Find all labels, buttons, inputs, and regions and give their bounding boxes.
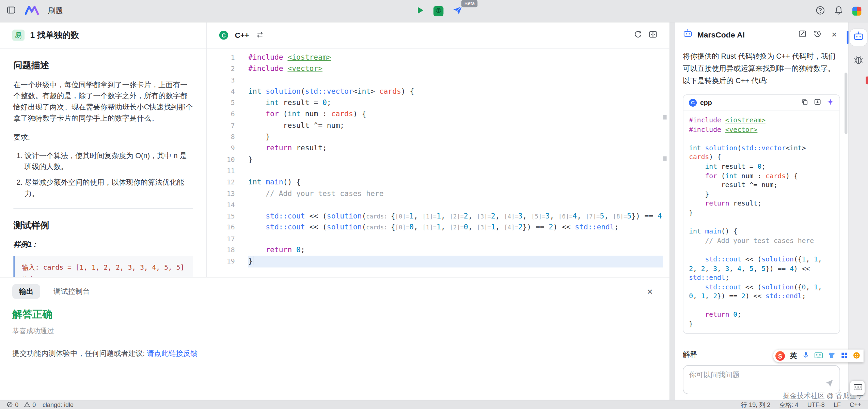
code-line-19[interactable]: 19} [207, 256, 669, 267]
swap-arrows-icon [256, 30, 264, 40]
code-line-11[interactable]: 11 [207, 165, 669, 177]
warning-count: 0 [32, 402, 36, 408]
code-line-5[interactable]: 5 int result = 0; [207, 97, 669, 108]
output-close-button[interactable]: × [644, 286, 656, 297]
tab-output[interactable]: 输出 [12, 284, 40, 299]
send-plane-icon [824, 379, 834, 390]
code-line-10[interactable]: 10} [207, 154, 669, 165]
marscode-logo-icon[interactable] [25, 5, 39, 17]
code-line-8[interactable]: 8 } [207, 131, 669, 142]
feedback-row: 提交功能内测体验中，任何问题或者建议: 请点此链接反馈 [12, 348, 669, 358]
code-line-4[interactable]: 4int solution(std::vector<int> cards) { [207, 86, 669, 97]
feedback-link[interactable]: 请点此链接反馈 [147, 349, 198, 358]
new-chat-icon [798, 30, 807, 40]
debug-run-button[interactable] [433, 6, 443, 16]
code-line-14[interactable]: 14 [207, 199, 669, 211]
requirement-item: 设计一个算法，使其时间复杂度为 O(n)，其中 n 是班级的人数。 [25, 150, 193, 173]
send-button[interactable] [824, 379, 834, 390]
language-server-status[interactable]: clangd: idle [43, 402, 74, 408]
emoji-icon[interactable] [853, 351, 860, 361]
ai-code-line [689, 134, 834, 143]
language-label[interactable]: C++ [235, 31, 249, 40]
ai-code-line: result ^= num; [689, 180, 834, 190]
ai-close-button[interactable]: × [828, 30, 840, 40]
encoding-setting[interactable]: UTF-8 [807, 402, 825, 408]
code-line-18[interactable]: 18 return 0; [207, 245, 669, 256]
language-mode[interactable]: C++ [850, 402, 861, 408]
ai-scrollbar-thumb[interactable] [845, 73, 847, 134]
copy-code-button[interactable] [801, 98, 808, 107]
compare-code-button[interactable] [649, 30, 657, 40]
problems-indicator[interactable]: 0 0 [7, 401, 36, 408]
new-chat-button[interactable] [798, 30, 807, 40]
keyboard-icon[interactable] [814, 351, 823, 361]
chat-input[interactable] [683, 366, 811, 384]
right-activity-bar [849, 22, 868, 400]
insert-icon [814, 98, 821, 107]
ai-code-line: int result = 0; [689, 162, 834, 171]
code-line-16[interactable]: 16 std::cout << (solution(cards: {[0]=0,… [207, 222, 669, 233]
status-bar: 0 0 clangd: idle 行 19, 列 2 空格: 4 UTF-8 L… [0, 400, 868, 409]
feedback-text: 提交功能内测体验中，任何问题或者建议: [12, 349, 147, 358]
cpp-icon: C [689, 99, 697, 107]
sample-label: 样例1 : [13, 240, 193, 249]
indent-setting[interactable]: 空格: 4 [779, 400, 798, 409]
cursor-position[interactable]: 行 19, 列 2 [741, 400, 770, 409]
code-line-15[interactable]: 15 std::cout << (solution(cards: {[0]=1,… [207, 211, 669, 222]
history-button[interactable] [813, 30, 822, 40]
switch-language-button[interactable] [256, 30, 264, 40]
ai-code-line: #include <vector> [689, 125, 834, 134]
paper-plane-icon [453, 5, 463, 17]
code-line-2[interactable]: 2#include <vector> [207, 63, 669, 75]
help-button[interactable] [816, 5, 825, 17]
copy-icon [801, 98, 808, 107]
sogou-logo-icon[interactable]: S [775, 351, 785, 361]
bell-icon [834, 5, 843, 17]
tab-debug-console[interactable]: 调试控制台 [53, 286, 90, 296]
eol-setting[interactable]: LF [834, 402, 841, 408]
code-lang-label: cpp [700, 99, 712, 107]
output-panel: 输出 调试控制台 × 解答正确 恭喜成功通过 提交功能内测体验中，任何问题或者建… [0, 277, 669, 400]
compare-icon [649, 30, 657, 40]
ai-apply-button[interactable] [827, 98, 834, 107]
code-line-3[interactable]: 3 [207, 75, 669, 86]
notifications-button[interactable] [834, 5, 843, 17]
app-window: 刷题 Beta [0, 0, 868, 409]
ai-code-line: for (int num : cards) { [689, 171, 834, 180]
code-line-12[interactable]: 12int main() { [207, 177, 669, 188]
keyboard-fab-icon [853, 383, 862, 392]
ime-mode-label[interactable]: 英 [790, 351, 797, 361]
app-title: 刷题 [48, 6, 63, 16]
sidebar-toggle-button[interactable] [7, 5, 16, 16]
run-button[interactable] [416, 6, 425, 16]
code-line-6[interactable]: 6 for (int num : cards) { [207, 109, 669, 120]
warning-icon [24, 401, 30, 408]
ai-code-line: } [689, 208, 834, 217]
ai-code-line: std::cout << (solution({0, 1, 0, 1, 2}) … [689, 282, 834, 301]
ai-activity-button[interactable] [850, 29, 867, 46]
bug-activity-icon [853, 54, 864, 67]
ai-code-line: } [689, 319, 834, 329]
skin-icon[interactable] [827, 351, 835, 361]
cpp-language-icon: C [219, 31, 228, 40]
code-line-9[interactable]: 9 return result; [207, 142, 669, 154]
insert-code-button[interactable] [814, 98, 821, 107]
robot-icon [683, 29, 693, 41]
extensions-button[interactable] [852, 6, 861, 15]
code-line-7[interactable]: 7 result ^= num; [207, 120, 669, 131]
debug-activity-button[interactable] [850, 52, 867, 69]
mic-icon[interactable] [802, 351, 809, 361]
ai-panel-header: MarsCode AI × [675, 22, 848, 47]
ime-keyboard-button[interactable] [850, 381, 865, 395]
code-editor[interactable]: 1#include <iostream>2#include <vector>34… [207, 49, 669, 268]
toolbox-icon[interactable] [840, 351, 848, 361]
submit-button[interactable] [453, 5, 463, 17]
ime-toolbar[interactable]: S 英 [773, 349, 864, 362]
sample-code-block: 输入: cards = [1, 1, 2, 2, 3, 3, 4, 5, 5] … [13, 256, 193, 277]
code-line-13[interactable]: 13 // Add your test cases here [207, 188, 669, 199]
code-line-1[interactable]: 1#include <iostream> [207, 52, 669, 63]
code-line-17[interactable]: 17 [207, 233, 669, 244]
error-icon [7, 401, 13, 408]
reset-code-button[interactable] [634, 30, 642, 40]
sidebar-toggle-icon [7, 5, 16, 16]
